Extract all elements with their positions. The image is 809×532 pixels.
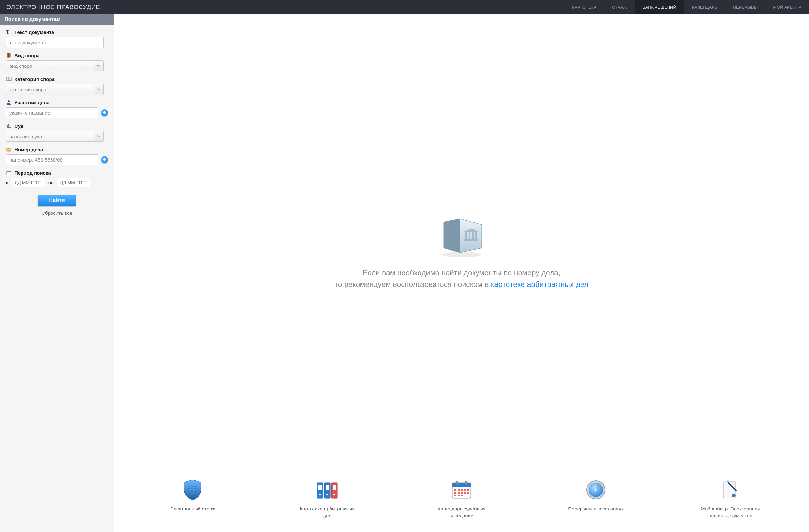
binders-icon <box>296 479 358 501</box>
header: ЭЛЕКТРОННОЕ ПРАВОСУДИЕ КАРТОТЕКА СТРАЖ Б… <box>0 0 809 14</box>
svg-rect-36 <box>456 481 458 485</box>
open-book-icon <box>6 76 12 82</box>
tile-pereryvy[interactable]: Перерывы в заседаниях <box>565 479 627 519</box>
text-icon: T <box>6 29 12 35</box>
svg-rect-41 <box>464 489 466 491</box>
brand-title: ЭЛЕКТРОННОЕ ПРАВОСУДИЕ <box>0 4 107 11</box>
participant-label: Участник дела <box>14 100 50 105</box>
case-number-input[interactable] <box>6 154 99 165</box>
tile-label: Картотека арбитражных дел <box>296 505 358 519</box>
tile-kartoteka[interactable]: Картотека арбитражных дел <box>296 479 358 519</box>
hero-section: Если вам необходимо найти документы по н… <box>124 28 799 475</box>
svg-rect-25 <box>317 483 323 498</box>
reset-link[interactable]: Сбросить все <box>6 210 108 216</box>
svg-rect-30 <box>333 485 336 490</box>
svg-point-4 <box>8 100 10 102</box>
court-label: Суд <box>14 123 23 129</box>
main-content: Если вам необходимо найти документы по н… <box>114 14 809 532</box>
svg-rect-47 <box>467 492 469 494</box>
clock-icon <box>565 479 627 501</box>
svg-rect-40 <box>461 489 463 491</box>
top-nav: КАРТОТЕКА СТРАЖ БАНК РЕШЕНИЙ КАЛЕНДАРЬ П… <box>564 0 809 14</box>
svg-rect-37 <box>465 481 467 485</box>
case-number-label: Номер дела <box>14 147 43 152</box>
date-to-input[interactable] <box>57 178 90 187</box>
nav-kartoteka[interactable]: КАРТОТЕКА <box>564 0 604 14</box>
period-to-label: по <box>48 180 54 185</box>
svg-rect-20 <box>188 486 197 492</box>
svg-rect-45 <box>461 492 463 494</box>
tile-strazh[interactable]: Электронный страж <box>162 479 224 519</box>
document-wand-icon <box>700 479 761 501</box>
dispute-type-label: Вид спора <box>14 53 40 58</box>
svg-point-61 <box>732 494 736 497</box>
svg-text:T: T <box>6 29 10 35</box>
svg-rect-50 <box>461 495 463 496</box>
service-tiles: Электронный страж Картотека арбитражных … <box>124 475 799 519</box>
nav-bank-resheniy[interactable]: БАНК РЕШЕНИЙ <box>635 0 684 14</box>
period-from-label: с <box>6 180 8 185</box>
svg-rect-39 <box>458 489 460 491</box>
hero-line1: Если вам необходимо найти документы по н… <box>334 267 588 279</box>
doc-text-label: Текст документа <box>14 29 54 35</box>
svg-rect-15 <box>465 232 467 239</box>
nav-moy-arbitr[interactable]: МОЙ АРБИТР <box>765 0 809 14</box>
svg-rect-6 <box>8 125 9 127</box>
nav-strazh[interactable]: СТРАЖ <box>604 0 635 14</box>
svg-rect-12 <box>8 173 9 173</box>
svg-rect-48 <box>454 495 456 496</box>
tile-kalendar[interactable]: Календарь судебных заседаний <box>431 479 493 519</box>
svg-rect-28 <box>319 485 322 490</box>
sidebar-title: Поиск по документам <box>0 14 114 25</box>
date-from-input[interactable] <box>12 178 45 187</box>
nav-pereryvy[interactable]: ПЕРЕРЫВЫ <box>725 0 765 14</box>
svg-rect-42 <box>467 489 469 491</box>
dispute-category-select[interactable]: категория спора <box>6 84 104 95</box>
svg-rect-19 <box>464 239 479 241</box>
svg-point-32 <box>326 494 328 496</box>
svg-rect-17 <box>472 232 474 239</box>
svg-rect-38 <box>454 489 456 491</box>
tile-label: Мой арбитр. Электронная подача документо… <box>700 505 761 519</box>
dispute-category-label: Категория спора <box>14 76 55 82</box>
add-participant-button[interactable]: + <box>101 109 108 116</box>
svg-rect-13 <box>10 173 11 173</box>
hero-link-kartoteka[interactable]: картотеке арбитражных дел <box>491 280 589 289</box>
add-case-number-button[interactable]: + <box>101 156 108 163</box>
search-button[interactable]: Найти <box>38 194 76 206</box>
period-label: Период поиска <box>14 170 51 176</box>
svg-rect-43 <box>454 492 456 494</box>
nav-kalendar[interactable]: КАЛЕНДАРЬ <box>684 0 725 14</box>
svg-rect-10 <box>6 171 11 172</box>
person-icon <box>6 99 12 105</box>
hero-line2-prefix: то рекомендуем воспользоваться поиском в <box>334 280 490 289</box>
svg-point-31 <box>319 494 321 496</box>
calendar-large-icon <box>431 479 493 501</box>
participant-input[interactable] <box>6 107 99 118</box>
calendar-icon <box>6 170 12 176</box>
svg-rect-27 <box>331 483 337 498</box>
tile-label: Календарь судебных заседаний <box>431 505 493 519</box>
court-icon <box>6 123 12 129</box>
folder-icon <box>6 147 12 152</box>
book-icon <box>6 52 12 58</box>
svg-rect-35 <box>452 483 471 487</box>
dispute-type-select[interactable]: вид спора <box>6 60 104 71</box>
svg-rect-8 <box>7 127 11 128</box>
svg-rect-46 <box>464 492 466 494</box>
svg-rect-26 <box>324 483 330 498</box>
svg-rect-49 <box>458 495 460 496</box>
svg-point-14 <box>442 252 481 257</box>
shield-icon <box>162 479 224 501</box>
tile-label: Электронный страж <box>162 505 224 512</box>
chevron-down-icon <box>94 61 103 71</box>
tile-moy-arbitr[interactable]: Мой арбитр. Электронная подача документо… <box>700 479 761 519</box>
svg-rect-18 <box>475 232 477 239</box>
chevron-down-icon <box>94 84 103 94</box>
search-sidebar: Поиск по документам T Текст документа Ви… <box>0 14 114 532</box>
svg-rect-7 <box>10 125 11 127</box>
svg-point-33 <box>333 494 335 496</box>
court-select[interactable]: название суда <box>6 131 104 142</box>
svg-rect-16 <box>469 232 470 239</box>
doc-text-input[interactable] <box>6 37 104 48</box>
